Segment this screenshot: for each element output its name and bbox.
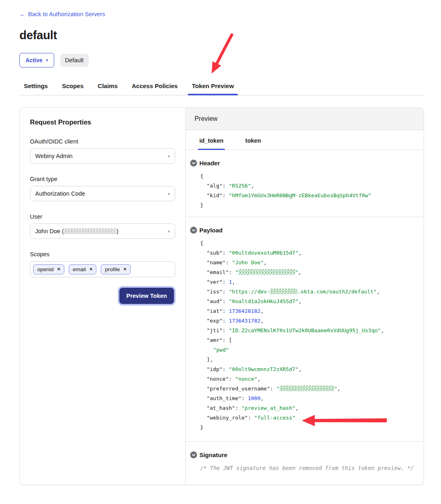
back-arrow-icon: ←: [19, 11, 25, 17]
code-token: /* The JWT signature has been removed fr…: [200, 465, 414, 471]
code-token: ": [295, 269, 298, 275]
preview-token-button[interactable]: Preview Token: [119, 288, 174, 304]
code-token: :: [270, 386, 276, 392]
code-token: "auth_time": [207, 395, 242, 401]
code-token: "John Doe": [232, 259, 263, 266]
code-token: "webiny_role": [207, 415, 248, 421]
code-token: :: [229, 269, 235, 275]
code-token: "email": [207, 269, 229, 275]
remove-scope-icon[interactable]: ×: [123, 267, 126, 272]
remove-scope-icon[interactable]: ×: [89, 267, 92, 272]
code-token: "nonce": [207, 376, 229, 382]
request-properties-panel: Request Properties OAuth/OIDC client Web…: [20, 108, 185, 485]
grant-type-label: Grant type: [30, 176, 175, 182]
code-token: .okta.com/oauth2/default": [297, 289, 377, 295]
code-line: "auth_time": 1000,: [200, 394, 414, 403]
section-collapse-icon: [190, 451, 197, 458]
tab-scopes[interactable]: Scopes: [58, 78, 87, 95]
code-line: "ver": 1,: [200, 277, 414, 287]
code-token: }: [200, 424, 204, 430]
dropdown-caret-icon: ▾: [168, 192, 170, 196]
chevron-down-icon: ▾: [46, 59, 48, 62]
scopes-input[interactable]: openid×email×profile×: [30, 261, 175, 277]
code-token: :: [223, 366, 229, 372]
code-token: "pwd": [213, 347, 229, 353]
scopes-group: Scopes openid×email×profile×: [30, 251, 175, 277]
code-token: ],: [207, 356, 213, 363]
back-link-label: Back to Authorization Servers: [28, 11, 105, 17]
dropdown-caret-icon: ▾: [168, 154, 170, 158]
tab-claims[interactable]: Claims: [94, 78, 122, 95]
code-token: :: [223, 298, 229, 304]
code-token: :: [242, 395, 248, 401]
code-line: "at_hash": "preview_at_hash",: [200, 403, 414, 413]
grant-type-select[interactable]: Authorization Code ▾: [30, 186, 175, 201]
preview-panel: Preview id_tokentoken Header {"alg": "RS…: [185, 108, 424, 485]
button-row: Preview Token: [30, 288, 175, 304]
code-line: "webiny_role": "full-access": [200, 413, 414, 423]
code-token: "exp": [207, 318, 223, 324]
redacted-user-email: [64, 228, 117, 234]
scope-chip-label: email: [73, 266, 86, 272]
code-line: "preferred_username": "",: [200, 384, 414, 394]
back-link[interactable]: ← Back to Authorization Servers: [19, 11, 105, 17]
user-name: John Doe (: [35, 228, 64, 234]
section-title: Signature: [199, 451, 227, 458]
code-line: "email": "",: [200, 268, 414, 277]
code-token: "name": [207, 259, 226, 266]
code-token: "0oaltd1a2okHkuJ455d7": [229, 298, 298, 304]
code-token: 1000: [248, 395, 260, 401]
remove-scope-icon[interactable]: ×: [57, 267, 60, 272]
status-dropdown[interactable]: Active ▾: [19, 53, 54, 67]
code-token: ,: [295, 405, 299, 411]
code-token: "kid": [207, 192, 223, 198]
section-header-heading[interactable]: Header: [190, 160, 414, 167]
code-line: "idp": "00olt9wcmnnzT2zXR5d7",: [200, 365, 414, 374]
section-collapse-icon: [190, 227, 197, 234]
preview-tab-token[interactable]: token: [244, 130, 263, 150]
code-token: "amr": [207, 337, 223, 343]
code-token: "00ultdovexotuM0b15d7": [229, 250, 298, 256]
tab-settings[interactable]: Settings: [20, 78, 52, 95]
scope-chip-profile: profile×: [101, 264, 130, 274]
section-signature-heading[interactable]: Signature: [190, 451, 414, 458]
code-token: ,: [377, 289, 380, 295]
code-line: "iss": "https://dev-.okta.com/oauth2/def…: [200, 287, 414, 297]
code-token: {: [200, 240, 204, 246]
code-token: "sub": [207, 250, 223, 256]
tab-token-preview[interactable]: Token Preview: [188, 78, 238, 95]
tab-access-policies[interactable]: Access Policies: [128, 78, 182, 95]
code-token: "https://dev-: [229, 289, 270, 295]
code-token: ,: [264, 259, 267, 266]
oauth-client-select[interactable]: Webiny Admin ▾: [30, 148, 175, 164]
scopes-label: Scopes: [30, 251, 175, 257]
section-title: Header: [199, 160, 220, 167]
code-line: "alg": "RS256",: [200, 181, 414, 191]
scope-chip-openid: openid×: [33, 264, 64, 274]
code-token: "at_hash": [207, 405, 235, 411]
redacted-value: [238, 269, 295, 275]
section-payload-heading[interactable]: Payload: [190, 227, 414, 234]
code-token: 1736431782: [229, 318, 260, 324]
request-properties-title: Request Properties: [30, 118, 175, 126]
user-select[interactable]: John Doe () ▾: [30, 224, 175, 239]
code-token: ,: [337, 386, 341, 392]
code-line: "nonce": "nonce",: [200, 374, 414, 384]
code-line: /* The JWT signature has been removed fr…: [200, 463, 414, 473]
preview-tab-id-token[interactable]: id_token: [198, 130, 225, 150]
code-token: {: [200, 173, 204, 179]
token-preview-card: Request Properties OAuth/OIDC client Web…: [19, 108, 424, 485]
code-block-signature: /* The JWT signature has been removed fr…: [200, 463, 414, 473]
code-token: "preview_at_hash": [242, 405, 295, 411]
grant-type-value: Authorization Code: [35, 190, 85, 197]
code-line: {: [200, 238, 414, 248]
code-token: "preferred_username": [207, 386, 270, 392]
code-token: ,: [299, 366, 302, 372]
code-token: :: [226, 259, 232, 266]
oauth-client-value: Webiny Admin: [35, 153, 72, 159]
code-line: "name": "John Doe",: [200, 258, 414, 268]
code-line: "jti": "ID.Z2caYMENslKf0s1UTw2k0UBaaee0x…: [200, 326, 414, 335]
code-block-header: {"alg": "RS256","kid": "hMfom1YmGUx3HmR6…: [200, 171, 414, 210]
code-token: "hMfom1YmGUx3HmR6NBgM-zEBkeaEubosBqSph4V…: [229, 192, 371, 198]
redacted-value: [280, 386, 334, 391]
